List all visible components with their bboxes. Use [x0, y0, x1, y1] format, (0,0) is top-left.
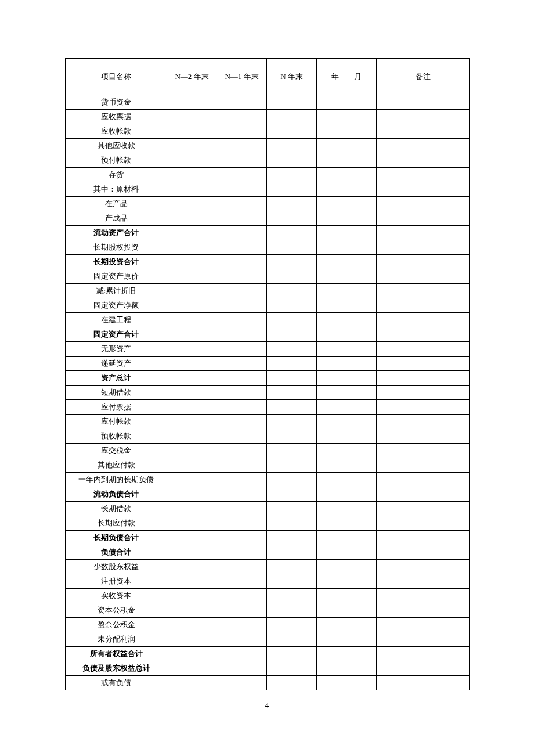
cell-note	[377, 632, 470, 647]
cell-n1	[217, 269, 267, 284]
cell-n	[267, 95, 317, 110]
cell-n1	[217, 487, 267, 502]
cell-n2	[167, 255, 217, 269]
row-item-name: 无形资产	[66, 342, 167, 357]
cell-n	[267, 444, 317, 458]
cell-n	[267, 197, 317, 211]
cell-note	[377, 110, 470, 124]
cell-n1	[217, 124, 267, 139]
page-content: 项目名称 N—2 年末 N—1 年末 N 年末 年 月 备注 货币资金应收票据应…	[0, 0, 534, 745]
cell-n	[267, 313, 317, 327]
cell-n2	[167, 284, 217, 298]
cell-note	[377, 124, 470, 139]
cell-n1	[217, 371, 267, 386]
cell-note	[377, 676, 470, 690]
cell-n	[267, 574, 317, 589]
cell-note	[377, 516, 470, 531]
cell-n	[267, 603, 317, 618]
cell-ym	[317, 502, 377, 516]
cell-ym	[317, 153, 377, 168]
cell-n	[267, 632, 317, 647]
cell-ym	[317, 415, 377, 429]
row-item-name: 或有负债	[66, 676, 167, 690]
cell-n	[267, 502, 317, 516]
cell-n	[267, 560, 317, 574]
cell-ym	[317, 284, 377, 298]
table-row: 货币资金	[66, 95, 470, 110]
cell-n1	[217, 197, 267, 211]
row-item-name: 减:累计折旧	[66, 284, 167, 298]
row-item-name: 应收票据	[66, 110, 167, 124]
cell-note	[377, 487, 470, 502]
cell-n1	[217, 342, 267, 357]
cell-ym	[317, 444, 377, 458]
cell-note	[377, 95, 470, 110]
row-item-name: 其中：原材料	[66, 182, 167, 197]
cell-ym	[317, 603, 377, 618]
row-item-name: 其他应收款	[66, 139, 167, 153]
row-item-name: 应付票据	[66, 400, 167, 415]
cell-note	[377, 168, 470, 182]
cell-n2	[167, 240, 217, 255]
table-row: 其中：原材料	[66, 182, 470, 197]
cell-ym	[317, 313, 377, 327]
table-row: 流动负债合计	[66, 487, 470, 502]
row-item-name: 长期负债合计	[66, 531, 167, 545]
cell-n	[267, 226, 317, 240]
cell-note	[377, 415, 470, 429]
cell-note	[377, 240, 470, 255]
cell-ym	[317, 560, 377, 574]
cell-n	[267, 124, 317, 139]
row-item-name: 应交税金	[66, 444, 167, 458]
cell-n	[267, 357, 317, 371]
cell-ym	[317, 357, 377, 371]
table-row: 短期借款	[66, 386, 470, 400]
row-item-name: 固定资产合计	[66, 327, 167, 342]
cell-ym	[317, 531, 377, 545]
cell-n2	[167, 661, 217, 676]
row-item-name: 资产总计	[66, 371, 167, 386]
table-row: 或有负债	[66, 676, 470, 690]
cell-n2	[167, 327, 217, 342]
cell-n	[267, 110, 317, 124]
cell-n1	[217, 298, 267, 313]
cell-ym	[317, 139, 377, 153]
cell-ym	[317, 240, 377, 255]
cell-n1	[217, 240, 267, 255]
cell-n2	[167, 473, 217, 487]
cell-n1	[217, 255, 267, 269]
cell-n	[267, 516, 317, 531]
cell-note	[377, 197, 470, 211]
cell-note	[377, 473, 470, 487]
cell-n1	[217, 661, 267, 676]
cell-note	[377, 342, 470, 357]
cell-n1	[217, 327, 267, 342]
cell-n2	[167, 647, 217, 661]
row-item-name: 资本公积金	[66, 603, 167, 618]
cell-n2	[167, 502, 217, 516]
cell-n2	[167, 545, 217, 560]
cell-n1	[217, 226, 267, 240]
cell-n	[267, 429, 317, 444]
cell-n2	[167, 531, 217, 545]
table-row: 负债及股东权益总计	[66, 661, 470, 676]
table-row: 应收帐款	[66, 124, 470, 139]
cell-ym	[317, 168, 377, 182]
row-item-name: 固定资产净额	[66, 298, 167, 313]
cell-n	[267, 284, 317, 298]
cell-n	[267, 342, 317, 357]
cell-note	[377, 298, 470, 313]
cell-n	[267, 153, 317, 168]
cell-n1	[217, 647, 267, 661]
row-item-name: 流动负债合计	[66, 487, 167, 502]
table-row: 所有者权益合计	[66, 647, 470, 661]
cell-n	[267, 400, 317, 415]
cell-n	[267, 182, 317, 197]
cell-ym	[317, 676, 377, 690]
table-row: 预付帐款	[66, 153, 470, 168]
col-header-n: N 年末	[267, 59, 317, 95]
cell-ym	[317, 342, 377, 357]
cell-n2	[167, 574, 217, 589]
cell-ym	[317, 574, 377, 589]
row-item-name: 注册资本	[66, 574, 167, 589]
